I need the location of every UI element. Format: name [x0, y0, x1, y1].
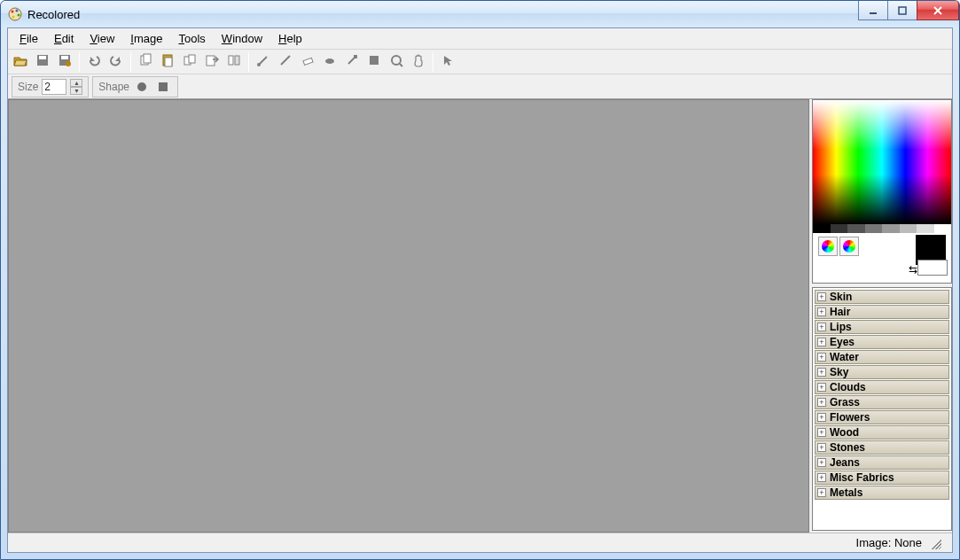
category-eyes[interactable]: +Eyes — [815, 335, 949, 349]
save-icon — [35, 53, 50, 70]
expand-icon[interactable]: + — [817, 338, 826, 346]
category-stones[interactable]: +Stones — [815, 440, 949, 455]
gray-step[interactable] — [847, 224, 865, 233]
category-hair[interactable]: +Hair — [815, 305, 949, 319]
menu-image[interactable]: Image — [122, 30, 170, 47]
titlebar[interactable]: Recolored — [1, 1, 959, 27]
color-picker-footer: ⇆ — [813, 233, 951, 283]
category-jeans[interactable]: +Jeans — [815, 455, 949, 470]
menu-edit[interactable]: Edit — [46, 30, 82, 47]
redo-button[interactable] — [105, 51, 127, 73]
brush-button[interactable] — [253, 51, 274, 73]
close-button[interactable] — [917, 1, 959, 20]
gray-step[interactable] — [831, 224, 848, 233]
paste-button[interactable] — [157, 51, 178, 73]
minimize-icon — [868, 5, 878, 16]
size-input[interactable] — [42, 79, 66, 95]
color-wheel-2-button[interactable] — [839, 237, 859, 256]
canvas[interactable] — [8, 99, 809, 533]
expand-icon[interactable]: + — [817, 443, 826, 452]
expand-icon[interactable]: + — [817, 428, 826, 437]
color-spectrum[interactable] — [813, 100, 951, 224]
pointer-button[interactable] — [437, 51, 458, 73]
size-spin-up[interactable]: ▲ — [70, 79, 82, 87]
gray-step[interactable] — [900, 224, 917, 233]
minimize-button[interactable] — [858, 1, 888, 20]
shape-panel: Shape — [92, 76, 178, 97]
expand-icon[interactable]: + — [817, 413, 826, 422]
menu-window[interactable]: Window — [214, 30, 270, 47]
copy-button[interactable] — [135, 51, 156, 73]
category-misc-fabrics[interactable]: +Misc Fabrics — [815, 471, 949, 485]
window-buttons — [859, 1, 959, 20]
export-button[interactable] — [201, 51, 222, 73]
svg-rect-15 — [144, 54, 151, 63]
category-water[interactable]: +Water — [815, 350, 949, 364]
hand-button[interactable] — [408, 51, 429, 73]
line-button[interactable] — [275, 51, 296, 73]
rect-select-button[interactable] — [363, 51, 385, 73]
expand-icon[interactable]: + — [817, 307, 826, 316]
category-label: Misc Fabrics — [830, 471, 894, 484]
color-swatches — [916, 235, 946, 265]
svg-rect-20 — [207, 56, 215, 66]
gray-step[interactable] — [934, 224, 952, 233]
magic-wand-button[interactable] — [386, 51, 407, 73]
expand-icon[interactable]: + — [817, 323, 826, 331]
category-label: Metals — [830, 486, 862, 499]
app-icon — [8, 7, 22, 21]
menu-tools[interactable]: Tools — [170, 30, 213, 47]
expand-icon[interactable]: + — [817, 368, 826, 377]
expand-icon[interactable]: + — [817, 488, 826, 497]
expand-icon[interactable]: + — [817, 458, 826, 467]
toolbar-separator — [130, 52, 131, 72]
expand-icon[interactable]: + — [817, 383, 826, 392]
compare-button[interactable] — [223, 51, 245, 73]
smudge-button[interactable] — [319, 51, 340, 73]
circle-icon — [137, 82, 146, 91]
category-lips[interactable]: +Lips — [815, 320, 949, 334]
expand-icon[interactable]: + — [817, 353, 826, 362]
picker-button[interactable] — [341, 51, 363, 73]
category-wood[interactable]: +Wood — [815, 425, 949, 439]
shape-round-button[interactable] — [133, 78, 151, 96]
gray-step[interactable] — [882, 224, 900, 233]
size-spin-down[interactable]: ▼ — [70, 87, 82, 95]
color-wheel-1-button[interactable] — [818, 237, 838, 256]
save-button[interactable] — [32, 51, 53, 73]
toolbar-separator — [79, 52, 80, 72]
square-icon — [159, 82, 168, 91]
category-flowers[interactable]: +Flowers — [815, 410, 949, 424]
svg-rect-21 — [229, 56, 233, 65]
expand-icon[interactable]: + — [817, 398, 826, 407]
maximize-button[interactable] — [887, 1, 917, 20]
expand-icon[interactable]: + — [817, 473, 826, 482]
category-skin[interactable]: +Skin — [815, 290, 949, 304]
shape-square-button[interactable] — [154, 78, 172, 96]
gray-step[interactable] — [813, 224, 831, 233]
category-clouds[interactable]: +Clouds — [815, 380, 949, 394]
expand-icon[interactable]: + — [817, 292, 826, 301]
undo-button[interactable] — [83, 51, 105, 73]
gray-step[interactable] — [865, 224, 883, 233]
resize-grip[interactable] — [929, 537, 941, 549]
size-spinner: ▲ ▼ — [70, 79, 82, 95]
rectselect-icon — [367, 53, 381, 70]
line-icon — [278, 53, 293, 70]
open-button[interactable] — [10, 51, 31, 73]
category-label: Eyes — [830, 336, 855, 348]
menu-view[interactable]: View — [82, 30, 122, 47]
eraser-button[interactable] — [297, 51, 318, 73]
save-as-button[interactable] — [54, 51, 75, 73]
category-grass[interactable]: +Grass — [815, 395, 949, 409]
background-swatch[interactable] — [917, 260, 948, 276]
copy-merged-button[interactable] — [179, 51, 200, 73]
category-sky[interactable]: +Sky — [815, 365, 949, 379]
category-metals[interactable]: +Metals — [815, 486, 949, 500]
menu-file[interactable]: File — [12, 30, 46, 47]
grayscale-row[interactable] — [813, 224, 951, 233]
menu-help[interactable]: Help — [270, 30, 310, 47]
swap-colors-icon[interactable]: ⇆ — [909, 263, 917, 276]
gray-step[interactable] — [917, 224, 934, 233]
status-image-value: None — [894, 536, 922, 549]
